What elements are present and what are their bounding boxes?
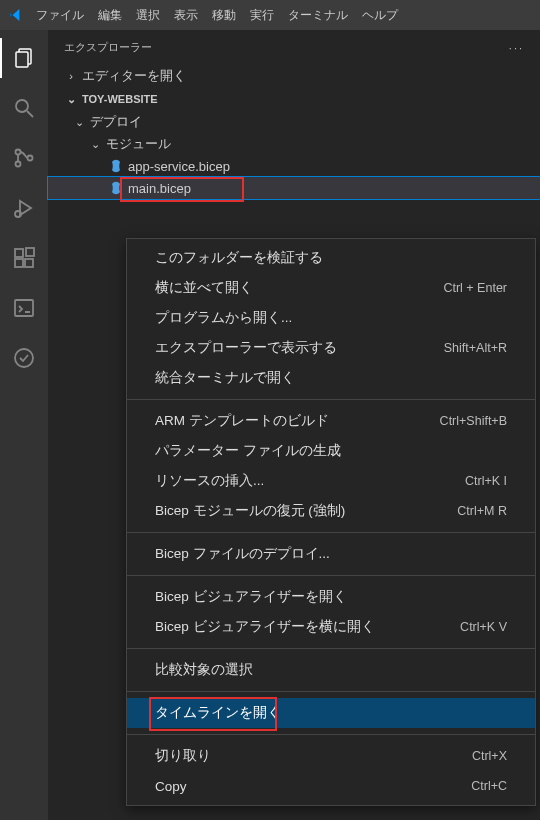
source-control-icon[interactable] bbox=[0, 138, 48, 178]
context-menu-item-label: Bicep ビジュアライザーを開く bbox=[155, 588, 347, 606]
context-menu-item[interactable]: ARM テンプレートのビルドCtrl+Shift+B bbox=[127, 406, 535, 436]
menu-edit[interactable]: 編集 bbox=[92, 3, 128, 28]
menu-terminal[interactable]: ターミナル bbox=[282, 3, 354, 28]
context-menu-item[interactable]: Bicep ビジュアライザーを横に開くCtrl+K V bbox=[127, 612, 535, 642]
sidebar-title: エクスプローラー bbox=[64, 40, 152, 55]
svg-point-5 bbox=[16, 162, 21, 167]
context-menu-item[interactable]: このフォルダーを検証する bbox=[127, 243, 535, 273]
file-app-service[interactable]: app-service.bicep bbox=[48, 155, 540, 177]
open-editors-label: エディターを開く bbox=[82, 67, 186, 85]
file-main-label: main.bicep bbox=[128, 181, 191, 196]
project-section[interactable]: ⌄ TOY-WEBSITE bbox=[48, 87, 540, 111]
context-menu-item-shortcut: Ctrl+M R bbox=[457, 504, 507, 518]
terminal-panel-icon[interactable] bbox=[0, 288, 48, 328]
bicep-file-icon bbox=[108, 180, 124, 196]
context-menu-item-label: 横に並べて開く bbox=[155, 279, 253, 297]
vscode-icon bbox=[8, 7, 24, 23]
menu-go[interactable]: 移動 bbox=[206, 3, 242, 28]
context-menu-item-label: パラメーター ファイルの生成 bbox=[155, 442, 341, 460]
folder-deploy-label: デプロイ bbox=[90, 113, 142, 131]
context-menu-item-label: タイムラインを開く bbox=[155, 704, 281, 722]
menu-view[interactable]: 表示 bbox=[168, 3, 204, 28]
context-menu-item[interactable]: 統合ターミナルで開く bbox=[127, 363, 535, 393]
menu-help[interactable]: ヘルプ bbox=[356, 3, 404, 28]
chevron-right-icon: › bbox=[64, 70, 78, 82]
explorer-icon[interactable] bbox=[0, 38, 48, 78]
debug-icon[interactable] bbox=[0, 188, 48, 228]
context-menu-item-label: プログラムから開く... bbox=[155, 309, 292, 327]
search-icon[interactable] bbox=[0, 88, 48, 128]
context-menu-item-shortcut: Shift+Alt+R bbox=[444, 341, 507, 355]
context-menu-item[interactable]: プログラムから開く... bbox=[127, 303, 535, 333]
context-menu-item-label: Bicep ビジュアライザーを横に開く bbox=[155, 618, 375, 636]
folder-modules[interactable]: ⌄ モジュール bbox=[48, 133, 540, 155]
svg-rect-11 bbox=[25, 259, 33, 267]
context-menu-item[interactable]: Bicep ビジュアライザーを開く bbox=[127, 582, 535, 612]
context-menu-separator bbox=[127, 399, 535, 400]
context-menu-item-shortcut: Ctrl+C bbox=[471, 779, 507, 793]
context-menu-item-label: Bicep モジュールの復元 (強制) bbox=[155, 502, 345, 520]
context-menu-item[interactable]: エクスプローラーで表示するShift+Alt+R bbox=[127, 333, 535, 363]
context-menu-separator bbox=[127, 575, 535, 576]
chevron-down-icon: ⌄ bbox=[72, 116, 86, 129]
svg-rect-10 bbox=[15, 259, 23, 267]
more-icon[interactable]: ··· bbox=[509, 42, 524, 54]
extensions-icon[interactable] bbox=[0, 238, 48, 278]
context-menu-item[interactable]: Bicep モジュールの復元 (強制)Ctrl+M R bbox=[127, 496, 535, 526]
context-menu-item-shortcut: Ctrl+Shift+B bbox=[440, 414, 507, 428]
context-menu-item-label: リソースの挿入... bbox=[155, 472, 264, 490]
context-menu-item-label: 比較対象の選択 bbox=[155, 661, 253, 679]
svg-point-8 bbox=[15, 211, 21, 217]
svg-rect-9 bbox=[15, 249, 23, 257]
context-menu-item-label: このフォルダーを検証する bbox=[155, 249, 323, 267]
context-menu-item[interactable]: 切り取りCtrl+X bbox=[127, 741, 535, 771]
bicep-file-icon bbox=[108, 158, 124, 174]
svg-rect-1 bbox=[16, 52, 28, 67]
project-name: TOY-WEBSITE bbox=[82, 93, 158, 105]
sidebar-header: エクスプローラー ··· bbox=[48, 30, 540, 65]
activitybar bbox=[0, 30, 48, 820]
svg-point-4 bbox=[16, 150, 21, 155]
svg-point-6 bbox=[28, 156, 33, 161]
menu-selection[interactable]: 選択 bbox=[130, 3, 166, 28]
svg-point-14 bbox=[15, 349, 33, 367]
open-editors-section[interactable]: › エディターを開く bbox=[48, 65, 540, 87]
context-menu-item[interactable]: 比較対象の選択 bbox=[127, 655, 535, 685]
context-menu-item-shortcut: Ctrl+K V bbox=[460, 620, 507, 634]
context-menu: このフォルダーを検証する横に並べて開くCtrl + Enterプログラムから開く… bbox=[126, 238, 536, 806]
svg-rect-13 bbox=[15, 300, 33, 316]
context-menu-item-label: Bicep ファイルのデプロイ... bbox=[155, 545, 330, 563]
context-menu-item-label: エクスプローラーで表示する bbox=[155, 339, 337, 357]
menu-file[interactable]: ファイル bbox=[30, 3, 90, 28]
context-menu-item[interactable]: リソースの挿入...Ctrl+K I bbox=[127, 466, 535, 496]
task-check-icon[interactable] bbox=[0, 338, 48, 378]
context-menu-item[interactable]: タイムラインを開く bbox=[127, 698, 535, 728]
context-menu-item-label: 統合ターミナルで開く bbox=[155, 369, 295, 387]
context-menu-separator bbox=[127, 691, 535, 692]
folder-deploy[interactable]: ⌄ デプロイ bbox=[48, 111, 540, 133]
file-tree: › エディターを開く ⌄ TOY-WEBSITE ⌄ デプロイ ⌄ モジュール … bbox=[48, 65, 540, 199]
titlebar: ファイル 編集 選択 表示 移動 実行 ターミナル ヘルプ bbox=[0, 0, 540, 30]
context-menu-item[interactable]: CopyCtrl+C bbox=[127, 771, 535, 801]
folder-modules-label: モジュール bbox=[106, 135, 171, 153]
context-menu-item[interactable]: Bicep ファイルのデプロイ... bbox=[127, 539, 535, 569]
svg-point-2 bbox=[16, 100, 28, 112]
context-menu-item[interactable]: 横に並べて開くCtrl + Enter bbox=[127, 273, 535, 303]
context-menu-separator bbox=[127, 648, 535, 649]
file-main[interactable]: main.bicep bbox=[48, 177, 540, 199]
chevron-down-icon: ⌄ bbox=[64, 93, 78, 106]
chevron-down-icon: ⌄ bbox=[88, 138, 102, 151]
svg-rect-12 bbox=[26, 248, 34, 256]
context-menu-item-label: Copy bbox=[155, 779, 187, 794]
menubar: ファイル 編集 選択 表示 移動 実行 ターミナル ヘルプ bbox=[30, 3, 404, 28]
context-menu-item-shortcut: Ctrl+X bbox=[472, 749, 507, 763]
context-menu-item[interactable]: パラメーター ファイルの生成 bbox=[127, 436, 535, 466]
context-menu-separator bbox=[127, 532, 535, 533]
menu-run[interactable]: 実行 bbox=[244, 3, 280, 28]
context-menu-item-label: ARM テンプレートのビルド bbox=[155, 412, 329, 430]
file-app-service-label: app-service.bicep bbox=[128, 159, 230, 174]
context-menu-separator bbox=[127, 734, 535, 735]
context-menu-item-shortcut: Ctrl+K I bbox=[465, 474, 507, 488]
context-menu-item-label: 切り取り bbox=[155, 747, 211, 765]
svg-line-3 bbox=[27, 111, 33, 117]
